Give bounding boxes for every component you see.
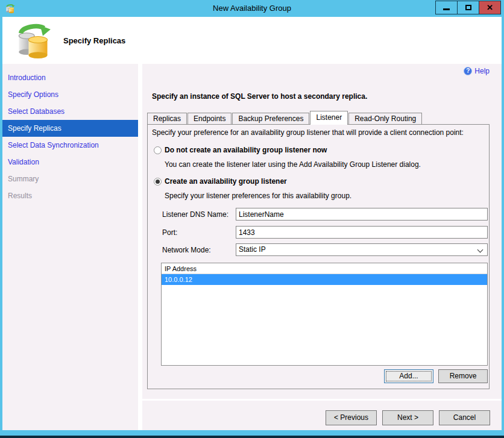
option-no-description: You can create the listener later using … <box>165 160 421 169</box>
dns-name-input[interactable] <box>236 208 488 221</box>
close-icon: ✕ <box>487 3 493 12</box>
ip-address-column-header[interactable]: IP Address <box>162 263 487 274</box>
ip-address-list: IP Address 10.0.0.12 <box>161 263 488 366</box>
tab-replicas[interactable]: Replicas <box>147 113 187 125</box>
wizard-header: Specify Replicas <box>2 17 502 64</box>
minimize-icon <box>443 8 450 10</box>
sidebar-item-results: Results <box>2 187 138 204</box>
sidebar-item-select-data-synchronization[interactable]: Select Data Synchronization <box>2 137 138 154</box>
radio-create-listener[interactable] <box>154 178 162 186</box>
footer-separator <box>142 399 502 401</box>
chevron-down-icon <box>478 248 483 252</box>
title-bar[interactable]: New Availability Group ✕ <box>0 0 504 17</box>
sidebar-item-introduction[interactable]: Introduction <box>2 69 138 86</box>
add-button[interactable]: Add... <box>384 369 433 383</box>
radio-do-not-create-listener[interactable] <box>154 146 162 154</box>
replication-databases-icon <box>16 22 52 59</box>
port-input[interactable] <box>236 226 488 239</box>
dialog-content: Specify Replicas Introduction Specify Op… <box>2 17 502 430</box>
tab-backup-preferences[interactable]: Backup Preferences <box>232 113 309 125</box>
listener-intro-text: Specify your preference for an availabil… <box>152 128 464 137</box>
sidebar-item-validation[interactable]: Validation <box>2 154 138 171</box>
option-no-label[interactable]: Do not create an availability group list… <box>165 146 327 154</box>
sidebar-item-select-databases[interactable]: Select Databases <box>2 103 138 120</box>
sidebar-item-specify-options[interactable]: Specify Options <box>2 86 138 103</box>
tab-listener[interactable]: Listener <box>310 111 348 125</box>
ip-address-row[interactable]: 10.0.0.12 <box>162 274 487 285</box>
sidebar-item-specify-replicas[interactable]: Specify Replicas <box>2 120 138 137</box>
tab-read-only-routing[interactable]: Read-Only Routing <box>348 113 422 125</box>
option-yes-label[interactable]: Create an availability group listener <box>165 177 287 186</box>
listener-tab-panel: Specify your preference for an availabil… <box>147 124 490 389</box>
sidebar-divider <box>138 64 142 430</box>
new-availability-group-dialog: New Availability Group ✕ <box>0 0 504 438</box>
option-yes-description: Specify your listener preferences for th… <box>165 192 351 200</box>
next-button[interactable]: Next > <box>382 410 433 425</box>
window-title: New Availability Group <box>0 4 504 13</box>
help-icon: ? <box>464 67 472 75</box>
dns-name-label: Listener DNS Name: <box>162 210 228 219</box>
cancel-button[interactable]: Cancel <box>439 410 490 425</box>
sidebar-item-summary: Summary <box>2 171 138 187</box>
port-label: Port: <box>162 228 177 237</box>
remove-button[interactable]: Remove <box>438 369 488 383</box>
window-bottom-edge <box>0 436 504 438</box>
maximize-button[interactable] <box>457 1 479 14</box>
help-label: Help <box>474 67 490 75</box>
window-controls: ✕ <box>436 1 501 14</box>
network-mode-label: Network Mode: <box>162 246 211 254</box>
close-button[interactable]: ✕ <box>479 1 501 14</box>
minimize-button[interactable] <box>435 1 458 14</box>
network-mode-value: Static IP <box>239 245 266 254</box>
help-link[interactable]: ? Help <box>464 67 490 75</box>
main-pane: ? Help Specify an instance of SQL Server… <box>142 64 502 430</box>
previous-button[interactable]: < Previous <box>326 410 377 425</box>
wizard-body: Introduction Specify Options Select Data… <box>2 64 502 430</box>
tab-strip: Replicas Endpoints Backup Preferences Li… <box>147 111 423 125</box>
tab-endpoints[interactable]: Endpoints <box>187 113 232 125</box>
maximize-icon <box>465 5 471 10</box>
page-title: Specify Replicas <box>63 36 125 45</box>
wizard-steps-sidebar: Introduction Specify Options Select Data… <box>2 64 138 430</box>
pane-heading: Specify an instance of SQL Server to hos… <box>152 92 367 101</box>
network-mode-dropdown[interactable]: Static IP <box>236 243 488 256</box>
